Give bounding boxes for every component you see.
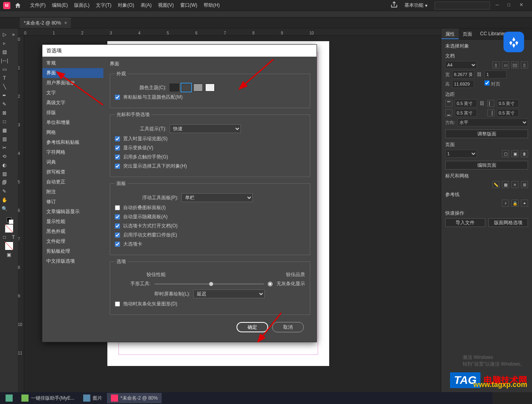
menu-file[interactable]: 文件(F) [27, 2, 49, 9]
menu-table[interactable]: 表(A) [137, 2, 155, 9]
spacer-icon[interactable] [9, 65, 18, 74]
spacer-icon[interactable] [9, 74, 18, 82]
baseline-grid-icon[interactable]: ≡ [511, 181, 519, 188]
facing-pages-checkbox[interactable] [484, 80, 490, 86]
expand-icon[interactable]: » [9, 30, 18, 39]
menu-window[interactable]: 窗口(W) [177, 2, 200, 9]
sidebar-item-guides-pasteboard[interactable]: 参考线和粘贴板 [42, 137, 103, 147]
rectangle-tool-icon[interactable]: □ [0, 117, 9, 126]
thumb-checkbox[interactable] [115, 136, 120, 141]
content-collector-icon[interactable]: ▭ [0, 65, 9, 74]
free-transform-icon[interactable]: ⟲ [0, 152, 9, 161]
menu-type[interactable]: 文字(T) [93, 2, 114, 9]
spacer-icon[interactable] [9, 187, 18, 196]
pen-tool-icon[interactable]: ✒ [0, 91, 9, 100]
direct-selection-tool-icon[interactable]: ▹ [0, 39, 9, 48]
smart-guides-icon[interactable]: ✦ [521, 200, 528, 207]
sidebar-item-autocorrect[interactable]: 自动更正 [42, 177, 103, 187]
sidebar-item-clipboard[interactable]: 剪贴板处理 [42, 246, 103, 256]
spacer-icon[interactable] [9, 135, 18, 143]
share-icon[interactable] [390, 1, 398, 10]
eyedropper-tool-icon[interactable]: ✎ [0, 187, 9, 196]
pencil-tool-icon[interactable]: ✎ [0, 100, 9, 109]
orientation-landscape-icon[interactable]: ▭ [502, 61, 509, 69]
spacer-icon[interactable] [9, 117, 18, 126]
spacer-icon[interactable] [9, 39, 18, 48]
maximize-icon[interactable]: □ [507, 2, 515, 9]
taskbar-item[interactable]: 图片 [79, 393, 106, 403]
orientation-select[interactable]: 水平 [458, 118, 528, 126]
spacer-icon[interactable] [9, 82, 18, 91]
default-fill-stroke-icon[interactable] [0, 224, 18, 233]
tab-close-icon[interactable]: × [64, 20, 67, 26]
apply-none-icon[interactable] [0, 242, 18, 250]
sidebar-item-char-grid[interactable]: 字符网格 [42, 147, 103, 157]
sidebar-item-spelling[interactable]: 拼写检查 [42, 167, 103, 177]
spacer-icon[interactable] [9, 109, 18, 117]
page-spread-icon[interactable]: ▣ [511, 150, 519, 157]
page-delete-icon[interactable]: 🗑 [521, 150, 528, 157]
tabs-checkbox[interactable] [115, 223, 120, 229]
sidebar-item-general[interactable]: 常规 [42, 58, 103, 68]
columns-field[interactable] [484, 71, 507, 78]
menu-object[interactable]: 对象(O) [114, 2, 137, 9]
width-field[interactable] [452, 71, 474, 78]
sidebar-item-notes[interactable]: 附注 [42, 187, 103, 197]
taskbar-start[interactable] [2, 393, 17, 403]
selection-tool-icon[interactable]: ▷ [0, 30, 9, 39]
rectangle-frame-tool-icon[interactable]: ⊠ [0, 109, 9, 117]
spacer-icon[interactable] [9, 100, 18, 109]
margin-top-field[interactable] [455, 99, 477, 107]
highlight-checkbox[interactable] [115, 164, 120, 169]
sidebar-item-track-changes[interactable]: 修订 [42, 197, 103, 207]
page-view-icon[interactable]: ▢ [502, 150, 509, 157]
taskbar-item[interactable]: 一键排版助手(MyE... [17, 393, 78, 403]
grid-icon[interactable]: ▦ [502, 181, 509, 188]
match-pasteboard-checkbox[interactable] [115, 95, 120, 100]
spacer-icon[interactable] [9, 91, 18, 100]
sidebar-item-type[interactable]: 文字 [42, 88, 103, 98]
link-icon[interactable]: ⛓ [479, 101, 485, 106]
sidebar-item-display-perf[interactable]: 显示性能 [42, 217, 103, 227]
home-icon[interactable] [14, 2, 21, 9]
orientation-portrait-icon[interactable]: ▯ [492, 61, 500, 69]
grid-tool-icon[interactable]: ▦ [0, 126, 9, 135]
zoom-tool-icon[interactable]: 🔍 [0, 204, 9, 213]
sidebar-item-advanced-type[interactable]: 高级文字 [42, 98, 103, 108]
menu-layout[interactable]: 版面(L) [71, 2, 93, 9]
theme-dark[interactable] [181, 84, 191, 91]
cancel-button[interactable]: 取消 [272, 322, 304, 332]
float-panel-select[interactable]: 单栏 [181, 193, 253, 202]
sidebar-item-grids[interactable]: 网格 [42, 128, 103, 137]
dialog-titlebar[interactable]: 首选项 [42, 45, 317, 57]
sidebar-item-interface[interactable]: 界面 [42, 68, 103, 78]
ruler-icon[interactable]: 📏 [492, 181, 500, 188]
touch-checkbox[interactable] [115, 154, 120, 160]
spacer-icon[interactable] [9, 56, 18, 65]
sidebar-item-composition[interactable]: 排版 [42, 108, 103, 118]
sidebar-item-file-handling[interactable]: 文件处理 [42, 236, 103, 246]
spacer-icon[interactable] [9, 126, 18, 135]
floating-app-icon[interactable] [503, 32, 524, 52]
big-tabs-checkbox[interactable] [115, 242, 120, 247]
edit-page-button[interactable]: 编辑页面 [445, 161, 528, 170]
line-tool-icon[interactable]: ╲ [0, 82, 9, 91]
note-tool-icon[interactable]: 🗐 [0, 178, 9, 187]
autoshow-checkbox[interactable] [115, 214, 120, 219]
adjust-layout-button[interactable]: 调整版面 [445, 130, 528, 138]
tab-properties[interactable]: 属性 [441, 29, 459, 39]
tooltips-select[interactable]: 快速 [170, 124, 241, 133]
fill-stroke-icon[interactable] [0, 215, 18, 224]
margin-bottom-field[interactable] [455, 109, 477, 117]
gradient-feather-icon[interactable]: ▨ [0, 170, 9, 178]
taskbar-item-active[interactable]: *未命名-2 @ 80% [107, 393, 162, 403]
spacer-icon[interactable] [9, 48, 18, 56]
scissors-tool-icon[interactable]: ✂ [0, 143, 9, 152]
dock-checkbox[interactable] [115, 232, 120, 238]
spacer-icon[interactable] [9, 161, 18, 170]
minimize-icon[interactable]: ─ [496, 2, 503, 9]
spacer-icon[interactable] [9, 178, 18, 187]
spacer-icon[interactable] [9, 204, 18, 213]
collapse-checkbox[interactable] [115, 205, 120, 210]
greek-vector-checkbox[interactable] [115, 301, 120, 307]
